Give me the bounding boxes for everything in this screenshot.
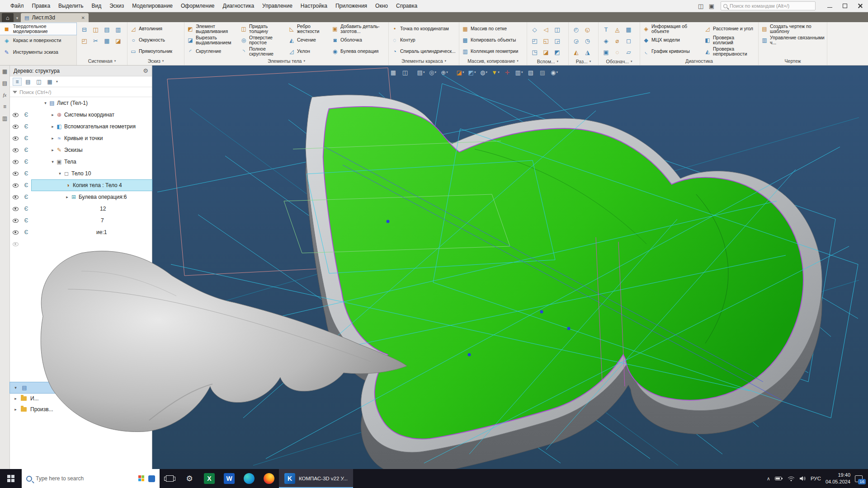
tree-row[interactable]	[10, 238, 152, 250]
panel-button[interactable]: ▥▾	[514, 67, 524, 77]
tree-item-label[interactable]: Копия тела : Тело 4	[73, 182, 122, 188]
ribbon-button[interactable]: ◌ Контур	[389, 34, 458, 46]
snap-button[interactable]: ◫	[400, 67, 410, 77]
tree-row-selected[interactable]: Є ◑ Копия тела : Тело 4	[10, 179, 152, 191]
system-tool-icon[interactable]: ◫	[93, 26, 98, 33]
ribbon-button[interactable]: ◔ Спираль цилиндрическ...	[389, 46, 458, 57]
auxiliary-tool-icon[interactable]: ◰	[532, 38, 537, 44]
expand-arrow[interactable]: ▸	[50, 148, 56, 152]
ribbon-button[interactable]: ◈ Информация об объекте	[640, 23, 702, 34]
tree-item-label[interactable]: Лист (Тел-1)	[57, 100, 88, 106]
ribbon-button[interactable]: ◭ Проверка непрерывности	[702, 46, 758, 57]
ribbon-group-label[interactable]: Раз...▾	[569, 58, 598, 65]
clip-toggle[interactable]: Є	[21, 112, 32, 118]
tree-item-label[interactable]: Булева операция:6	[79, 194, 127, 200]
tree-toolbar-dropdown-icon[interactable]: ▾	[56, 80, 58, 84]
clip-toggle[interactable]: Є	[21, 123, 32, 130]
battery-icon[interactable]	[775, 476, 783, 481]
tree-item-label[interactable]: Тела	[64, 159, 76, 165]
tree-row[interactable]: Є ▸ ⊞ Булева операция:6	[10, 191, 152, 203]
tree-row[interactable]: Є ▸ ≈ Кривые и точки	[10, 132, 152, 144]
expand-arrow[interactable]: ▸	[50, 113, 56, 117]
visibility-eye-toggle[interactable]	[10, 207, 21, 211]
clip-toggle[interactable]: Є	[21, 159, 32, 165]
dock-parameters-icon[interactable]: ▤	[1, 79, 9, 87]
taskbar-search-input[interactable]	[36, 475, 135, 482]
ribbon-group-label[interactable]: Массив, копирование▾	[459, 57, 527, 65]
orientation-button[interactable]: ◪▾	[455, 67, 466, 77]
menu-item[interactable]: Окно	[371, 0, 392, 12]
tree-row[interactable]: Є ▸ ⊕ Системы координат	[10, 109, 152, 121]
tree-item-label[interactable]: И...	[30, 395, 39, 402]
ribbon-group-label[interactable]: Диагностика	[640, 57, 758, 65]
system-tool-icon[interactable]: ▦	[104, 38, 109, 44]
clip-toggle[interactable]: Є	[21, 135, 32, 141]
close-button[interactable]	[853, 0, 868, 12]
expand-arrow[interactable]: ▸	[13, 396, 19, 401]
tree-row[interactable]: Є ▸ ✎ Эскизы	[10, 144, 152, 156]
tree-view-history-icon[interactable]: ▤	[24, 78, 33, 86]
search-app-icon[interactable]	[148, 475, 155, 482]
visibility-eye-toggle[interactable]	[10, 148, 21, 152]
ribbon-button[interactable]: ◭ Сечение	[286, 34, 329, 46]
tree-bottom-selected-row[interactable]: ▾ ▤	[10, 382, 152, 393]
menu-item[interactable]: Выделить	[54, 0, 87, 12]
hide-show-button[interactable]: ◍▾	[478, 67, 489, 77]
taskbar-search[interactable]	[22, 469, 160, 488]
annotation-tool-icon[interactable]: ◈	[604, 38, 609, 44]
ribbon-button[interactable]: ▭ Прямоугольник	[127, 46, 175, 57]
clip-toggle[interactable]: Є	[21, 194, 32, 200]
kompas-taskbar-button[interactable]: K КОМПАС-3D v22 У...	[279, 469, 353, 488]
tree-item-label[interactable]: 12	[100, 206, 106, 212]
expand-arrow[interactable]: ▸	[50, 136, 56, 141]
ribbon-group-label[interactable]: Элементы тела▾	[184, 57, 388, 65]
menu-item[interactable]: Эскиз	[105, 0, 128, 12]
mode-surfaces[interactable]: ◈ Каркас и поверхности	[0, 35, 76, 47]
ribbon-button[interactable]: ◺ Ребро жесткости	[286, 23, 329, 34]
ribbon-button[interactable]: ◪ Вырезать выдавливанием	[184, 34, 238, 46]
gear-icon[interactable]: ⚙	[143, 67, 148, 74]
section-tool-icon[interactable]: ◶	[574, 38, 579, 44]
tree-view-structure-icon[interactable]: ≡	[13, 78, 22, 86]
ribbon-button[interactable]: ◧ Проверка коллизий	[702, 34, 758, 46]
expand-arrow[interactable]: ▸	[50, 124, 56, 129]
expand-arrow[interactable]: ▸	[13, 407, 19, 412]
grid-button[interactable]: ▦	[388, 67, 399, 77]
system-tool-icon[interactable]: ⊟	[82, 26, 87, 33]
filter-button[interactable]: ▼▾	[490, 67, 501, 77]
command-search[interactable]	[721, 1, 816, 10]
annotation-tool-icon[interactable]: ▦	[626, 26, 631, 33]
auxiliary-tool-icon[interactable]: ◲	[554, 38, 560, 44]
dock-variables-icon[interactable]: fx	[1, 91, 9, 99]
section-tool-icon[interactable]: ◭	[574, 49, 579, 56]
tree-item-label[interactable]: Вспомогательная геометрия	[64, 123, 136, 130]
tree-row[interactable]: Є ▾ ◻ Тело 10	[10, 168, 152, 179]
annotation-tool-icon[interactable]: ▣	[603, 49, 609, 56]
maximize-button[interactable]	[837, 0, 853, 12]
tree-search[interactable]	[10, 87, 152, 97]
volume-icon[interactable]	[799, 476, 806, 481]
clip-toggle[interactable]: Є	[21, 170, 32, 177]
auxiliary-tool-icon[interactable]: ◳	[532, 49, 537, 56]
mode-solid-modeling[interactable]: ◼ Твердотельное моделирование	[0, 23, 76, 35]
mode-sketch-tools[interactable]: ✎ Инструменты эскиза	[0, 47, 76, 58]
tree-item-label[interactable]: 7	[101, 217, 104, 224]
task-view-button[interactable]	[160, 469, 179, 488]
ribbon-button[interactable]: ▩ Копировать объекты	[459, 34, 520, 46]
ribbon-group-label[interactable]: Системная▾	[77, 57, 127, 65]
render-button[interactable]: ◉▾	[549, 67, 560, 77]
dock-list-icon[interactable]: ≡	[1, 103, 9, 111]
tree-item-label[interactable]: Системы координат	[64, 112, 114, 118]
expand-arrow[interactable]: ▾	[50, 160, 56, 164]
section-tool-icon[interactable]: ◵	[585, 26, 590, 33]
system-tool-icon[interactable]: ▤	[104, 26, 109, 33]
tree-item-label[interactable]: ие:1	[96, 229, 107, 235]
zoom-button[interactable]: ⊕▾	[439, 67, 450, 77]
ribbon-button[interactable]: ▦ Массив по сетке	[459, 23, 520, 34]
tree-bottom-row[interactable]: ▸ Произв...	[10, 404, 152, 415]
tree-group-icon[interactable]: ◫	[34, 78, 43, 86]
menu-item[interactable]: Оформление	[177, 0, 218, 12]
menu-item[interactable]: Файл	[6, 0, 28, 12]
display-mode-button[interactable]: ◩▾	[467, 67, 477, 77]
start-button[interactable]	[0, 469, 22, 488]
